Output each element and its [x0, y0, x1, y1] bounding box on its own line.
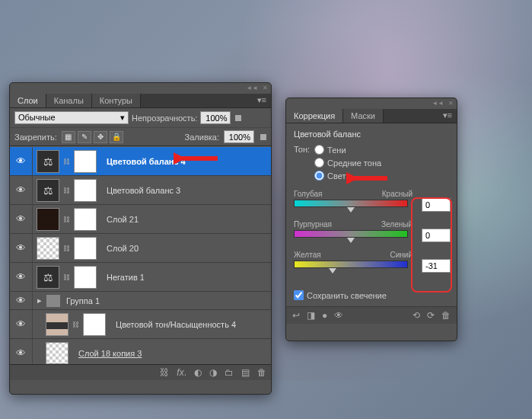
layer-thumbnail[interactable]	[83, 313, 106, 336]
adjustment-layer-icon[interactable]: ◑	[209, 367, 217, 378]
layer-name[interactable]: Слой 21	[100, 215, 139, 224]
layer-thumbnail[interactable]	[74, 208, 97, 231]
visibility-toggle[interactable]: 👁	[10, 176, 33, 204]
layer-row[interactable]: 👁⚖⛓Негатив 1	[10, 263, 271, 292]
tone-radio-input[interactable]	[314, 145, 324, 155]
layer-thumbnail[interactable]	[37, 237, 59, 260]
new-group-icon[interactable]: 🗀	[225, 367, 234, 378]
link-icon: ⛓	[63, 245, 70, 252]
visibility-toggle[interactable]: 👁	[10, 339, 33, 364]
opacity-scrubber-icon[interactable]	[235, 115, 241, 121]
layer-thumbs: ⛓	[33, 237, 100, 260]
opacity-label: Непрозрачность:	[132, 114, 197, 123]
collapse-icon[interactable]: ◄◄	[246, 85, 258, 91]
blend-mode-select[interactable]: Обычные▾	[14, 111, 129, 124]
visibility-toggle[interactable]: 👁	[10, 292, 33, 309]
layer-name[interactable]: Группа 1	[60, 296, 100, 305]
layer-thumbnail[interactable]: ⚖	[37, 179, 59, 202]
slider-right-label: Красный	[382, 190, 413, 198]
slider-track[interactable]	[294, 261, 408, 268]
slider-track[interactable]	[294, 230, 408, 238]
lock-position-icon[interactable]: ✥	[94, 131, 107, 143]
group-expand-icon[interactable]: ▸	[33, 296, 46, 305]
slider-value-input[interactable]	[422, 259, 451, 273]
tone-radio-input[interactable]	[314, 158, 324, 168]
layer-row[interactable]: 👁Слой 18 копия 3	[10, 339, 271, 364]
new-layer-icon[interactable]: ▤	[241, 367, 250, 378]
slider-thumb[interactable]	[347, 207, 355, 213]
adj-body: Цветовой баланс Тон: ТениСредние тонаСве…	[286, 123, 457, 306]
tone-radio[interactable]: Средние тона	[314, 158, 381, 168]
layer-row[interactable]: 👁⛓Цветовой тон/Насыщенность 4	[10, 310, 271, 339]
expand-view-icon[interactable]: ◨	[307, 310, 315, 321]
layer-name[interactable]: Цветовой баланс 3	[100, 186, 180, 195]
layer-thumbnail[interactable]	[46, 313, 68, 336]
layer-row[interactable]: 👁⚖⛓Цветовой баланс 4	[10, 147, 271, 176]
adj-titlebar[interactable]: ◄◄ ✕	[286, 98, 457, 109]
layer-name[interactable]: Негатив 1	[100, 273, 145, 282]
toggle-visibility-icon[interactable]: 👁	[334, 310, 343, 321]
layer-thumbnail[interactable]	[74, 237, 97, 260]
opacity-input[interactable]: 100%	[200, 111, 231, 124]
layers-tabs: Слои Каналы Контуры ▾≡	[10, 94, 271, 108]
slider-track[interactable]	[294, 200, 408, 207]
panel-titlebar[interactable]: ◄◄ ✕	[10, 83, 271, 94]
layer-thumbnail[interactable]	[74, 179, 97, 202]
fill-scrubber-icon[interactable]	[260, 134, 266, 140]
panel-menu-icon[interactable]: ▾≡	[253, 94, 271, 107]
fill-input[interactable]: 100%	[224, 130, 254, 143]
slider-value-input[interactable]	[422, 229, 451, 242]
close-icon[interactable]: ✕	[448, 101, 454, 107]
preserve-luminosity-checkbox[interactable]: Сохранить свечение	[294, 290, 449, 300]
close-icon[interactable]: ✕	[263, 85, 268, 91]
layer-thumbnail[interactable]: ⚖	[37, 150, 59, 173]
tab-layers[interactable]: Слои	[10, 94, 46, 107]
visibility-toggle[interactable]: 👁	[10, 310, 33, 338]
previous-state-icon[interactable]: ⟲	[413, 310, 420, 321]
tone-radio[interactable]: Тени	[314, 145, 381, 155]
layer-name[interactable]: Цветовой тон/Насыщенность 4	[110, 320, 236, 329]
layer-row[interactable]: 👁⛓Слой 21	[10, 205, 271, 234]
preserve-luminosity-input[interactable]	[294, 290, 304, 300]
layer-row[interactable]: 👁⛓Слой 20	[10, 234, 271, 263]
layer-mask-icon[interactable]: ◐	[194, 367, 202, 378]
lock-transparency-icon[interactable]: ▦	[62, 131, 75, 143]
tone-radio-label: Средние тона	[327, 158, 381, 168]
layer-name[interactable]: Слой 20	[100, 244, 139, 253]
clip-to-layer-icon[interactable]: ●	[322, 310, 327, 321]
layer-row[interactable]: 👁⚖⛓Цветовой баланс 3	[10, 176, 271, 205]
lock-pixels-icon[interactable]: ✎	[78, 131, 91, 143]
delete-adjustment-icon[interactable]: 🗑	[441, 310, 451, 321]
visibility-toggle[interactable]: 👁	[10, 234, 33, 262]
link-layers-icon[interactable]: ⛓	[160, 367, 169, 378]
layer-thumbnail[interactable]	[74, 266, 97, 289]
layer-row[interactable]: 👁▸Группа 1	[10, 292, 271, 310]
tab-correction[interactable]: Коррекция	[286, 109, 343, 123]
layer-name[interactable]: Цветовой баланс 4	[100, 157, 186, 166]
tab-channels[interactable]: Каналы	[46, 94, 92, 107]
layer-thumbnail[interactable]	[74, 150, 97, 173]
slider-thumb[interactable]	[347, 238, 355, 243]
tab-masks[interactable]: Маски	[343, 109, 384, 123]
panel-menu-icon[interactable]: ▾≡	[438, 109, 457, 123]
visibility-toggle[interactable]: 👁	[10, 147, 33, 175]
layer-thumbnail[interactable]: ⚖	[37, 266, 59, 289]
visibility-toggle[interactable]: 👁	[10, 205, 33, 233]
slider-value-input[interactable]	[422, 198, 451, 212]
delete-layer-icon[interactable]: 🗑	[257, 367, 266, 378]
reset-icon[interactable]: ⟳	[427, 310, 435, 321]
visibility-toggle[interactable]: 👁	[10, 263, 33, 291]
tone-radio-input[interactable]	[314, 171, 324, 181]
return-to-list-icon[interactable]: ↩	[292, 310, 300, 321]
color-slider: ГолубаяКрасный	[294, 190, 449, 217]
layer-thumbnail[interactable]	[37, 208, 59, 231]
slider-thumb[interactable]	[329, 268, 336, 273]
lock-all-icon[interactable]: 🔒	[110, 131, 123, 143]
collapse-icon[interactable]: ◄◄	[432, 101, 444, 107]
layer-thumbs: ⚖⛓	[33, 266, 100, 289]
layer-thumbnail[interactable]	[46, 363, 68, 365]
layer-name[interactable]: Слой 18 копия 3	[72, 349, 142, 358]
tab-paths[interactable]: Контуры	[92, 94, 141, 107]
layer-fx-icon[interactable]: fx.	[177, 367, 186, 378]
layer-thumbnail[interactable]	[46, 342, 68, 365]
